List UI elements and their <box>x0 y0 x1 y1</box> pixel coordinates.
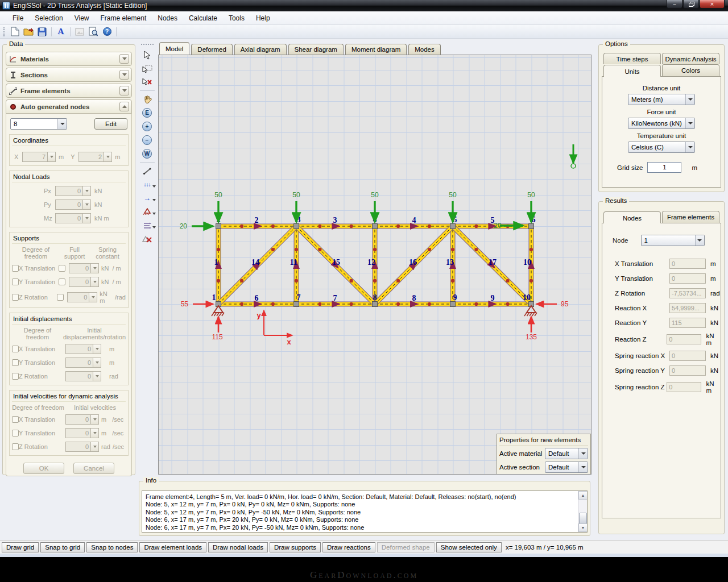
temperature-unit-select[interactable]: Celsius (C) <box>628 142 695 153</box>
disp-field[interactable]: 0 <box>65 344 101 354</box>
px-field[interactable]: 0 <box>55 186 91 196</box>
group-frame-elements[interactable]: Frame elements <box>6 84 132 98</box>
chevron-down-icon[interactable] <box>152 226 156 228</box>
font-icon[interactable]: A <box>55 26 67 38</box>
active-material-select[interactable]: Default <box>545 448 588 459</box>
z-rotation-checkbox[interactable] <box>12 294 19 301</box>
info-scrollbar[interactable]: ▲ ▼ <box>578 491 587 532</box>
z-rotation-checkbox[interactable] <box>12 443 19 450</box>
select-region-tool-icon[interactable] <box>139 62 155 75</box>
tab-model[interactable]: Model <box>159 42 189 55</box>
menu-calculate[interactable]: Calculate <box>183 12 223 24</box>
menu-file[interactable]: File <box>7 12 29 24</box>
node-select[interactable]: 8 <box>10 118 67 130</box>
result-node-select[interactable]: 1 <box>641 235 705 246</box>
distributed-load-tool-icon[interactable]: ↓↓↓ <box>139 178 155 191</box>
draw-grid-button[interactable]: Draw grid <box>2 542 39 552</box>
pan-tool-icon[interactable] <box>139 93 155 106</box>
new-file-icon[interactable] <box>9 26 21 38</box>
z-rotation-checkbox[interactable] <box>12 373 19 380</box>
chevron-down-icon[interactable] <box>119 54 129 64</box>
chevron-up-icon[interactable] <box>119 102 129 111</box>
ok-button[interactable]: OK <box>23 463 64 474</box>
x-translation-checkbox[interactable] <box>12 416 19 423</box>
restore-button[interactable] <box>683 0 699 9</box>
zoom-out-icon[interactable]: − <box>139 134 155 147</box>
draw-element-loads-button[interactable]: Draw element loads <box>139 542 206 552</box>
draw-supports-button[interactable]: Draw supports <box>270 542 321 552</box>
model-canvas[interactable]: 1234567891011121314151617123456789105050… <box>158 55 592 475</box>
chevron-down-icon[interactable] <box>152 213 156 215</box>
save-icon[interactable] <box>36 26 48 38</box>
tab-time-steps[interactable]: Time steps <box>603 53 661 64</box>
cancel-button[interactable]: Cancel <box>73 463 114 474</box>
help-icon[interactable]: ? <box>101 26 113 38</box>
spring-field[interactable]: 0 <box>69 277 99 287</box>
zoom-extents-icon[interactable]: E <box>139 106 155 119</box>
draw-nodal-loads-button[interactable]: Draw nodal loads <box>208 542 268 552</box>
vel-field[interactable]: 0 <box>65 442 99 452</box>
tab-dynamic-analysis[interactable]: Dynamic Analysis <box>662 53 719 64</box>
show-selected-only-button[interactable]: Show selected only <box>436 542 502 552</box>
active-section-select[interactable]: Default <box>545 462 588 473</box>
spring-field[interactable]: 0 <box>69 263 99 273</box>
close-button[interactable]: × <box>700 0 725 9</box>
grid-size-input[interactable]: 1 <box>647 162 681 173</box>
group-materials[interactable]: Materials <box>6 52 132 66</box>
tab-frame-elements[interactable]: Frame elements <box>662 211 719 223</box>
full-support-checkbox[interactable] <box>57 294 64 301</box>
full-support-checkbox[interactable] <box>59 278 65 285</box>
zoom-in-icon[interactable]: + <box>139 120 155 133</box>
x-translation-checkbox[interactable] <box>12 265 19 272</box>
x-translation-checkbox[interactable] <box>12 346 19 352</box>
y-translation-checkbox[interactable] <box>12 430 19 436</box>
vel-field[interactable]: 0 <box>65 414 99 425</box>
menu-nodes[interactable]: Nodes <box>152 12 183 24</box>
snap-to-nodes-button[interactable]: Snap to nodes <box>86 542 138 552</box>
snap-to-grid-button[interactable]: Snap to grid <box>40 542 85 552</box>
tab-units[interactable]: Units <box>603 65 661 77</box>
full-support-checkbox[interactable] <box>59 265 65 272</box>
x-coordinate-field[interactable]: 7 <box>22 152 56 162</box>
menu-tools[interactable]: Tools <box>223 12 250 24</box>
chevron-down-icon[interactable] <box>152 185 156 188</box>
y-translation-checkbox[interactable] <box>12 359 19 366</box>
tab-moment-diagram[interactable]: Moment diagram <box>345 44 407 55</box>
nodal-load-tool-icon[interactable]: → <box>139 192 155 205</box>
menu-view[interactable]: View <box>69 12 95 24</box>
menu-selection[interactable]: Selection <box>29 12 68 24</box>
draw-reactions-button[interactable]: Draw reactions <box>322 542 375 552</box>
y-translation-checkbox[interactable] <box>12 278 19 285</box>
zoom-window-icon[interactable]: W <box>139 147 155 160</box>
mz-field[interactable]: 0 <box>55 213 91 223</box>
tab-shear-diagram[interactable]: Shear diagram <box>288 44 344 55</box>
tab-deformed[interactable]: Deformed <box>191 44 233 55</box>
select-tool-icon[interactable] <box>139 48 155 61</box>
print-preview-icon[interactable] <box>87 26 100 38</box>
scroll-down-icon[interactable]: ▼ <box>578 523 588 532</box>
open-folder-icon[interactable] <box>22 26 35 38</box>
vel-field[interactable]: 0 <box>65 428 99 438</box>
spring-field[interactable]: 0 <box>67 292 97 302</box>
draw-element-tool-icon[interactable] <box>139 164 155 177</box>
scrollbar-thumb[interactable] <box>579 513 587 524</box>
group-sections[interactable]: Sections <box>6 68 132 82</box>
chevron-down-icon[interactable] <box>119 70 129 80</box>
support-tool-icon[interactable] <box>139 205 155 218</box>
tab-nodes[interactable]: Nodes <box>603 211 661 223</box>
disp-field[interactable]: 0 <box>65 357 101 368</box>
tab-axial-diagram[interactable]: Axial diagram <box>234 44 287 55</box>
tab-colors[interactable]: Colors <box>662 64 719 76</box>
force-unit-select[interactable]: KiloNewtons (kN) <box>628 118 695 129</box>
menu-help[interactable]: Help <box>250 12 276 24</box>
element-settings-tool-icon[interactable] <box>139 219 155 232</box>
delete-element-tool-icon[interactable] <box>139 232 155 246</box>
py-field[interactable]: 0 <box>55 199 91 210</box>
deselect-tool-icon[interactable] <box>139 76 155 89</box>
minimize-button[interactable]: – <box>667 0 682 9</box>
scroll-up-icon[interactable]: ▲ <box>578 491 588 500</box>
disp-field[interactable]: 0 <box>65 371 101 381</box>
menu-frame-element[interactable]: Frame element <box>95 12 152 24</box>
edit-button[interactable]: Edit <box>94 118 127 130</box>
y-coordinate-field[interactable]: 2 <box>78 152 112 162</box>
